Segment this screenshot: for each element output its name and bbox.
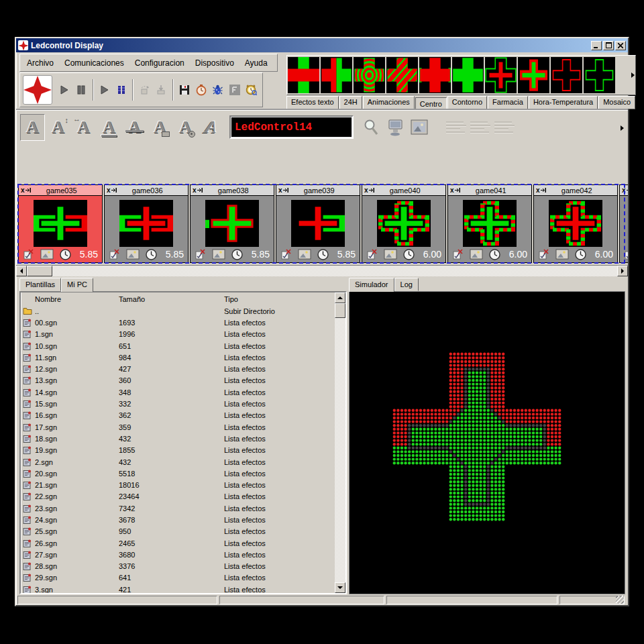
sequence-card-game042[interactable]: xgame0426.00: [533, 184, 618, 263]
text-effect-palette-button[interactable]: A: [173, 114, 198, 141]
image-button[interactable]: [408, 115, 430, 140]
file-list-scrollbar[interactable]: [335, 292, 345, 593]
menu-item-dispositivo[interactable]: Dispositivo: [195, 57, 239, 69]
clock-icon[interactable]: [402, 248, 415, 260]
sequence-card-game041[interactable]: xgame0416.00: [447, 184, 532, 263]
sequence-card-game038[interactable]: xgame0385.85: [190, 184, 274, 263]
file-row-27-sgn[interactable]: 27.sgn3680Lista efectos: [21, 549, 335, 560]
send-to-display-button[interactable]: [384, 115, 406, 140]
gallery-tab-mosaico[interactable]: Mosaico: [598, 96, 635, 109]
pause-alt-button[interactable]: [113, 81, 129, 99]
vscroll-thumb[interactable]: [335, 303, 345, 318]
gallery-tab-centro[interactable]: Centro: [415, 97, 447, 111]
effect-thumbnail-7[interactable]: [485, 57, 517, 93]
file-row-2-sgn[interactable]: 2.sgn432Lista efectos: [21, 456, 335, 468]
clock-icon[interactable]: [574, 248, 587, 260]
file-row-26-sgn[interactable]: 26.sgn2465Lista efectos: [21, 537, 335, 549]
text-effect-folder-button[interactable]: A: [148, 114, 172, 141]
column-header-tipo[interactable]: Tipo: [224, 295, 335, 303]
file-row-13-sgn[interactable]: 13.sgn360Lista efectos: [21, 375, 335, 386]
menu-item-configuracion[interactable]: Configuracion: [135, 57, 190, 69]
text-effect-varrows-button[interactable]: A↕: [46, 114, 70, 141]
strip-overflow-arrow-icon[interactable]: [631, 72, 635, 78]
sequence-card-game040[interactable]: xgame0406.00: [362, 184, 446, 263]
image-icon[interactable]: [555, 248, 569, 260]
file-row-11-sgn[interactable]: 11.sgn984Lista efectos: [21, 352, 335, 363]
edit-icon[interactable]: [366, 248, 379, 260]
card-close-icon[interactable]: x: [21, 187, 31, 194]
column-header-nombre[interactable]: Nombre: [21, 295, 119, 303]
file-row-22-sgn[interactable]: 22.sgn23464Lista efectos: [21, 491, 335, 502]
cards-horizontal-scrollbar[interactable]: [16, 265, 628, 276]
gallery-tab-efectos-texto[interactable]: Efectos texto: [286, 96, 339, 109]
file-row-24-sgn[interactable]: 24.sgn3678Lista efectos: [21, 514, 335, 525]
menu-item-ayuda[interactable]: Ayuda: [245, 57, 273, 69]
gallery-tab-animaciones[interactable]: Animaciones: [363, 96, 415, 109]
edit-icon[interactable]: [22, 248, 36, 260]
search-button[interactable]: [360, 115, 382, 140]
text-effect-strike-button[interactable]: A: [122, 114, 147, 141]
effect-thumbnail-6[interactable]: [452, 57, 484, 93]
sequence-card-game039[interactable]: xgame0395.85: [276, 184, 360, 263]
clock-icon[interactable]: [230, 248, 244, 260]
bug-button[interactable]: [209, 81, 226, 99]
file-row-1-sgn[interactable]: 1.sgn1996Lista efectos: [21, 329, 335, 340]
image-icon[interactable]: [384, 248, 397, 260]
text-effect-underline-button[interactable]: A: [97, 114, 121, 141]
file-row-15-sgn[interactable]: 15.sgn332Lista efectos: [21, 398, 335, 409]
text-effect-italic-button[interactable]: A: [199, 114, 223, 141]
column-header-tamaño[interactable]: Tamaño: [119, 295, 224, 303]
clock-icon[interactable]: [488, 248, 501, 260]
file-row-00-sgn[interactable]: 00.sgn1693Lista efectos: [21, 317, 335, 328]
gallery-tab-contorno[interactable]: Contorno: [447, 96, 487, 109]
file-row-14-sgn[interactable]: 14.sgn348Lista efectos: [21, 386, 335, 398]
edit-icon[interactable]: [280, 248, 293, 260]
edit-icon[interactable]: [451, 248, 465, 260]
effect-thumbnail-4[interactable]: [386, 57, 418, 93]
text-effect-plain-button[interactable]: A: [20, 114, 45, 141]
image-icon[interactable]: [298, 248, 311, 260]
maximize-button[interactable]: [603, 41, 614, 50]
alarm-search-button[interactable]: [243, 81, 260, 99]
file-row-28-sgn[interactable]: 28.sgn3376Lista efectos: [21, 561, 335, 572]
file-row-16-sgn[interactable]: 16.sgn362Lista efectos: [21, 410, 335, 421]
scroll-left-button[interactable]: [16, 266, 27, 276]
file-row---[interactable]: ..Subir Directorio: [21, 305, 335, 317]
stopwatch-button[interactable]: [193, 81, 210, 99]
gallery-tab-24h[interactable]: 24H: [339, 96, 362, 109]
tab-mi-pc[interactable]: Mi PC: [61, 278, 93, 292]
effect-thumbnail-8[interactable]: [518, 57, 549, 93]
effect-thumbnail-3[interactable]: [354, 57, 385, 93]
effect-thumbnail-2[interactable]: [321, 57, 352, 93]
play-alt-button[interactable]: [97, 81, 113, 99]
image-icon[interactable]: [470, 248, 483, 260]
gallery-tab-hora-temperatura[interactable]: Hora-Temperatura: [529, 96, 598, 109]
image-icon[interactable]: [126, 248, 140, 260]
file-row-21-sgn[interactable]: 21.sgn18016Lista efectos: [21, 479, 335, 490]
file-row-23-sgn[interactable]: 23.sgn7342Lista efectos: [21, 502, 335, 514]
file-row-25-sgn[interactable]: 25.sgn950Lista efectos: [21, 526, 335, 537]
brand-button[interactable]: [23, 75, 52, 105]
file-row-3-sgn[interactable]: 3.sgn421Lista efectos: [21, 584, 335, 593]
tab-simulador[interactable]: Simulador: [349, 278, 394, 292]
clock-icon[interactable]: [58, 248, 72, 260]
clock-icon[interactable]: [316, 248, 329, 260]
tab-plantillas[interactable]: Plantillas: [19, 278, 61, 291]
effect-thumbnail-1[interactable]: [288, 57, 319, 93]
play-button[interactable]: [56, 81, 73, 99]
edit-icon[interactable]: [623, 248, 628, 260]
gallery-tab-farmacia[interactable]: Farmacia: [488, 96, 528, 109]
vscroll-track[interactable]: [335, 318, 345, 582]
file-row-17-sgn[interactable]: 17.sgn359Lista efectos: [21, 421, 335, 433]
clock-icon[interactable]: [144, 248, 158, 260]
file-row-29-sgn[interactable]: 29.sgn641Lista efectos: [21, 572, 335, 584]
file-row-12-sgn[interactable]: 12.sgn427Lista efectos: [21, 363, 335, 374]
menu-item-comunicaciones[interactable]: Comunicaciones: [64, 57, 129, 69]
image-icon[interactable]: [40, 248, 54, 260]
text-effect-harrows-button[interactable]: A↔: [71, 114, 96, 141]
scroll-down-button[interactable]: [335, 582, 345, 593]
save-button[interactable]: [176, 81, 193, 99]
effect-thumbnail-5[interactable]: [419, 57, 451, 93]
close-button[interactable]: [615, 41, 626, 50]
resize-grip[interactable]: [616, 596, 624, 604]
